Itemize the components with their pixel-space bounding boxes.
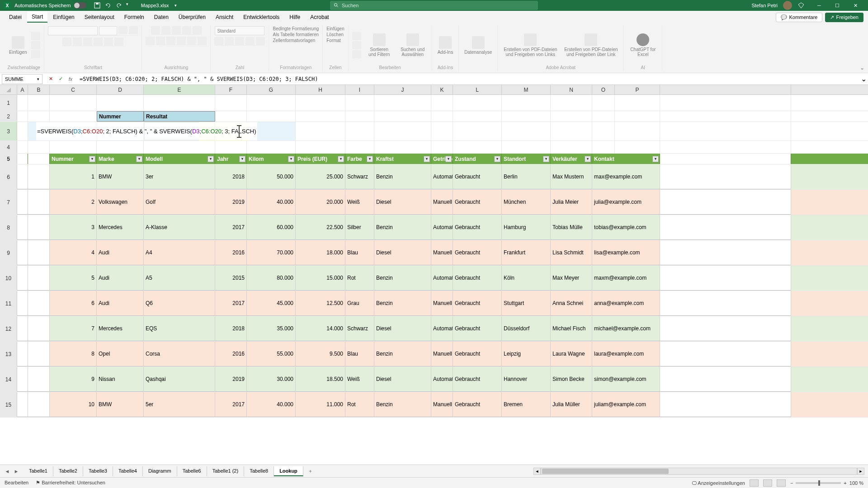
- number-format-dropdown[interactable]: Standard: [215, 26, 264, 35]
- currency-icon[interactable]: [214, 37, 223, 45]
- cell-preis[interactable]: 25.000: [296, 164, 345, 189]
- align-left-icon[interactable]: [146, 37, 155, 45]
- pdf-create-button[interactable]: Erstellen von PDF-Dateien und Freigeben …: [501, 32, 559, 59]
- row-header-7[interactable]: 7: [0, 190, 17, 215]
- cell-standort[interactable]: Leipzig: [502, 342, 551, 366]
- filter-icon[interactable]: ▾: [338, 156, 344, 162]
- row-header-8[interactable]: 8: [0, 215, 17, 240]
- sheet-nav-next-icon[interactable]: ►: [13, 468, 20, 475]
- undo-icon[interactable]: [104, 2, 112, 9]
- cell-verkaufer[interactable]: Simon Becke: [551, 367, 592, 392]
- increase-decimal-icon[interactable]: [245, 37, 255, 45]
- orientation-icon[interactable]: [182, 26, 191, 34]
- row-header-9[interactable]: 9: [0, 240, 17, 265]
- cell-getriebe[interactable]: Manuell: [431, 392, 453, 417]
- th-preis[interactable]: Preis (EUR)▾: [296, 154, 345, 164]
- cut-icon[interactable]: [31, 32, 40, 40]
- cell-jahr[interactable]: 2018: [215, 164, 247, 189]
- confirm-formula-icon[interactable]: ✓: [56, 75, 65, 84]
- tab-ansicht[interactable]: Ansicht: [211, 12, 238, 22]
- cell-getriebe[interactable]: Manuell: [431, 342, 453, 366]
- avatar[interactable]: [783, 1, 792, 10]
- cell-farbe[interactable]: Weiß: [345, 190, 374, 215]
- cell-verkaufer[interactable]: Michael Fisch: [551, 316, 592, 341]
- col-header-A[interactable]: A: [17, 85, 28, 94]
- cell-nummer[interactable]: 6: [50, 291, 97, 316]
- cell-kraftstoff[interactable]: Diesel: [374, 240, 431, 265]
- tab-start[interactable]: Start: [27, 12, 47, 23]
- filter-icon[interactable]: ▾: [494, 156, 500, 162]
- cell-modell[interactable]: A4: [144, 240, 215, 265]
- cell-km[interactable]: 40.000: [247, 190, 296, 215]
- tab-uberprufen[interactable]: Überprüfen: [174, 12, 210, 22]
- th-marke[interactable]: Marke▾: [97, 154, 144, 164]
- cell-standort[interactable]: München: [502, 190, 551, 215]
- delete-cells-button[interactable]: Löschen: [326, 32, 344, 37]
- tab-entwicklertools[interactable]: Entwicklertools: [239, 12, 284, 22]
- font-name-dropdown[interactable]: [48, 26, 98, 35]
- cell-zustand[interactable]: Gebraucht: [453, 367, 502, 392]
- fill-color-icon[interactable]: [104, 38, 113, 46]
- tab-datei[interactable]: Datei: [5, 12, 26, 22]
- row-header-2[interactable]: 2: [0, 111, 17, 122]
- cell-jahr[interactable]: 2016: [215, 240, 247, 265]
- th-standort[interactable]: Standort▾: [502, 154, 551, 164]
- filename-dropdown-icon[interactable]: ▾: [175, 3, 177, 8]
- cell-getriebe[interactable]: Manuell: [431, 240, 453, 265]
- cell-standort[interactable]: Stuttgart: [502, 291, 551, 316]
- cell-kraftstoff[interactable]: Benzin: [374, 266, 431, 291]
- cell-marke[interactable]: Opel: [97, 342, 144, 366]
- bold-icon[interactable]: [62, 38, 71, 46]
- addins-button[interactable]: Add-Ins: [436, 34, 455, 56]
- minimize-button[interactable]: ─: [810, 0, 828, 11]
- filter-icon[interactable]: ▾: [445, 156, 452, 162]
- cell-marke[interactable]: BMW: [97, 392, 144, 417]
- cell-styles-button[interactable]: Zellenformatvorlagen: [273, 38, 315, 43]
- cell-kontakt[interactable]: simon@example.com: [592, 367, 660, 392]
- cell-farbe[interactable]: Rot: [345, 392, 374, 417]
- cell-nummer[interactable]: 10: [50, 392, 97, 417]
- cell-verkaufer[interactable]: Lisa Schmidt: [551, 240, 592, 265]
- col-header-I[interactable]: I: [345, 85, 374, 94]
- page-break-view-icon[interactable]: [777, 479, 786, 487]
- cell-marke[interactable]: BMW: [97, 164, 144, 189]
- pdf-create-button-2[interactable]: Erstellen von PDF-Dateien und Freigeben …: [562, 32, 620, 59]
- cell-nummer[interactable]: 7: [50, 316, 97, 341]
- cell-jahr[interactable]: 2017: [215, 291, 247, 316]
- row-header-14[interactable]: 14: [0, 367, 17, 392]
- percent-icon[interactable]: [225, 37, 234, 45]
- row-header-3[interactable]: 3: [0, 122, 17, 141]
- cell-verkaufer[interactable]: Julia Meier: [551, 190, 592, 215]
- cell-modell[interactable]: Corsa: [144, 342, 215, 366]
- cell-standort[interactable]: Hannover: [502, 367, 551, 392]
- cell-farbe[interactable]: Weiß: [345, 367, 374, 392]
- sort-filter-button[interactable]: Sortieren und Filtern: [364, 32, 395, 59]
- col-header-P[interactable]: P: [615, 85, 660, 94]
- filter-icon[interactable]: ▾: [208, 156, 214, 162]
- cell-standort[interactable]: Frankfurt: [502, 240, 551, 265]
- cell-resultat-header[interactable]: Resultat: [144, 111, 215, 122]
- cell-preis[interactable]: 18.500: [296, 367, 345, 392]
- autosave-toggle[interactable]: Automatisches Speichern: [14, 2, 86, 9]
- col-header-H[interactable]: H: [296, 85, 345, 94]
- font-color-icon[interactable]: [114, 38, 123, 46]
- display-settings-button[interactable]: 🖵 Anzeigeeinstellungen: [692, 480, 745, 486]
- cell-preis[interactable]: 22.500: [296, 215, 345, 240]
- row-header-10[interactable]: 10: [0, 266, 17, 291]
- col-header-O[interactable]: O: [592, 85, 615, 94]
- qat-dropdown-icon[interactable]: ▾: [126, 2, 128, 9]
- cell-kontakt[interactable]: juliam@example.com: [592, 392, 660, 417]
- username[interactable]: Stefan Petri: [752, 3, 778, 8]
- cell-km[interactable]: 45.000: [247, 291, 296, 316]
- cell-zustand[interactable]: Gebraucht: [453, 392, 502, 417]
- decrease-font-icon[interactable]: [129, 26, 138, 34]
- cell-getriebe[interactable]: Manuell: [431, 291, 453, 316]
- cell-kraftstoff[interactable]: Benzin: [374, 392, 431, 417]
- cell-nummer[interactable]: 3: [50, 215, 97, 240]
- cell-kontakt[interactable]: maxm@example.com: [592, 266, 660, 291]
- tab-formeln[interactable]: Formeln: [120, 12, 149, 22]
- scroll-left-icon[interactable]: ◄: [533, 468, 541, 475]
- sheet-tab[interactable]: Tabelle6: [177, 466, 207, 476]
- th-verkaufer[interactable]: Verkäufer▾: [551, 154, 592, 164]
- cell-zustand[interactable]: Gebraucht: [453, 266, 502, 291]
